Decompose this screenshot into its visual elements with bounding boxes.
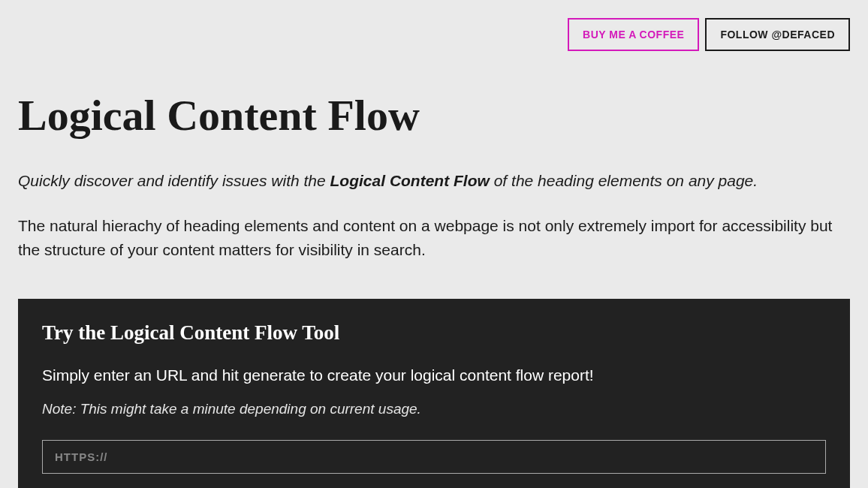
tool-description: Simply enter an URL and hit generate to … <box>42 364 826 386</box>
buy-coffee-button[interactable]: BUY ME A COFFEE <box>568 18 699 51</box>
body-text: The natural hierachy of heading elements… <box>18 214 850 263</box>
url-input[interactable] <box>42 440 826 474</box>
page-title: Logical Content Flow <box>18 90 850 140</box>
main-content: Logical Content Flow Quickly discover an… <box>0 90 868 488</box>
intro-suffix: of the heading elements on any page. <box>490 172 758 189</box>
header-buttons: BUY ME A COFFEE FOLLOW @DEFACED <box>0 0 868 51</box>
follow-button[interactable]: FOLLOW @DEFACED <box>705 18 850 51</box>
intro-text: Quickly discover and identify issues wit… <box>18 169 850 193</box>
tool-panel: Try the Logical Content Flow Tool Simply… <box>18 299 850 488</box>
tool-heading: Try the Logical Content Flow Tool <box>42 321 826 345</box>
intro-bold: Logical Content Flow <box>330 172 490 189</box>
intro-prefix: Quickly discover and identify issues wit… <box>18 172 330 189</box>
tool-note: Note: This might take a minute depending… <box>42 401 826 417</box>
